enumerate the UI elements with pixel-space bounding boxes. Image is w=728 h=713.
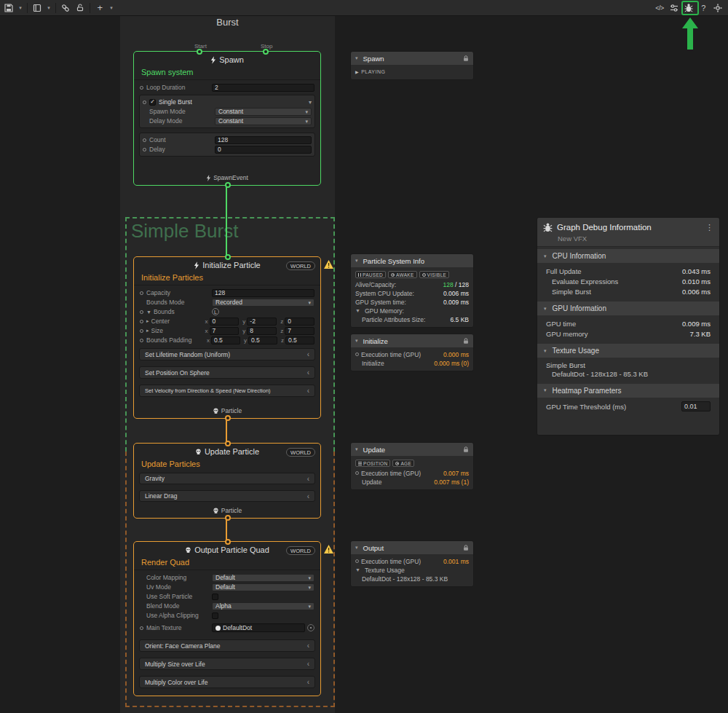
initialize-context-node[interactable]: Initialize Particle WORLD Initialize Par… xyxy=(133,256,321,419)
block-gravity[interactable]: Gravity ‹ xyxy=(139,473,315,484)
collapse-icon[interactable]: ‹ xyxy=(307,660,309,668)
compile-dropdown-button[interactable]: ▾ xyxy=(44,1,53,15)
space-toggle[interactable]: L xyxy=(212,308,219,315)
block-linear-drag[interactable]: Linear Drag ‹ xyxy=(139,490,315,502)
attach-button[interactable] xyxy=(58,1,73,15)
save-button[interactable] xyxy=(1,1,16,15)
uv-mode-dropdown[interactable]: Default▾ xyxy=(212,583,314,591)
visible-badge[interactable]: VISIBLE xyxy=(419,271,450,278)
update-output-port[interactable] xyxy=(225,515,231,521)
code-view-button[interactable]: </> xyxy=(652,1,667,15)
use-soft-particle-checkbox[interactable] xyxy=(212,594,218,600)
foldout-open-icon[interactable]: ▼ xyxy=(355,567,360,572)
position-badge[interactable]: POSITION xyxy=(355,460,390,467)
world-space-badge[interactable]: WORLD xyxy=(286,448,315,457)
spawn-panel-header[interactable]: ▾ Spawn xyxy=(351,52,473,65)
spawn-stop-port[interactable] xyxy=(263,49,269,55)
foldout-open-icon[interactable]: ▼ xyxy=(355,308,360,313)
foldout-open-icon[interactable]: ▼ xyxy=(146,310,151,315)
panel-menu-button[interactable]: ⋮ xyxy=(705,223,713,232)
texture-usage-section[interactable]: ▾ Texture Usage xyxy=(537,344,719,358)
update-input-port[interactable] xyxy=(225,441,231,446)
loop-duration-input[interactable]: 2 xyxy=(212,84,314,92)
single-burst-block[interactable]: ✓ Single Burst ▾ Spawn Mode Constant▾ De… xyxy=(139,95,315,128)
spawn-node-title[interactable]: Spawn xyxy=(134,52,320,66)
spawn-context-node[interactable]: Start Stop Spawn Spawn system Loop Durat… xyxy=(133,51,321,186)
block-multiply-size[interactable]: Multiply Size over Life ‹ xyxy=(139,658,315,670)
output-panel-header[interactable]: ▾ Output xyxy=(351,541,473,554)
collapse-icon[interactable]: ‹ xyxy=(307,492,309,500)
size-port[interactable] xyxy=(140,329,143,333)
initialize-panel-header[interactable]: ▾ Initialize xyxy=(351,334,473,347)
heatmap-parameters-section[interactable]: ▾ Heatmap Parameters xyxy=(537,384,719,398)
size-x-input[interactable]: 7 xyxy=(210,327,240,335)
update-context-node[interactable]: Update Particle WORLD Update Particles G… xyxy=(133,443,321,519)
bounds-port[interactable] xyxy=(140,310,143,314)
center-z-input[interactable]: 0 xyxy=(285,318,314,326)
warning-icon[interactable] xyxy=(324,545,333,555)
paused-badge[interactable]: PAUSED xyxy=(355,271,386,278)
delay-port[interactable] xyxy=(143,148,146,151)
padding-y-input[interactable]: 0.5 xyxy=(248,336,277,344)
padding-z-input[interactable]: 0.5 xyxy=(285,336,314,344)
lock-icon[interactable] xyxy=(463,545,469,551)
collapse-icon[interactable]: ‹ xyxy=(307,350,309,358)
color-mapping-dropdown[interactable]: Default▾ xyxy=(212,574,314,582)
bounds-padding-port[interactable] xyxy=(140,339,143,342)
lock-toggle-button[interactable] xyxy=(73,1,87,15)
main-texture-port[interactable] xyxy=(140,626,143,630)
block-multiply-color[interactable]: Multiply Color over Life ‹ xyxy=(139,676,315,688)
control-panel-button[interactable] xyxy=(667,1,681,15)
system-group-label[interactable]: Simple Burst xyxy=(131,220,238,243)
warning-icon[interactable] xyxy=(324,260,333,270)
world-space-badge[interactable]: WORLD xyxy=(286,261,315,270)
awake-badge[interactable]: AWAKE xyxy=(388,271,417,278)
capacity-input[interactable]: 128 xyxy=(212,289,314,297)
graph-debug-header[interactable]: Graph Debug Information ⋮ New VFX xyxy=(537,218,719,247)
gpu-time-threshold-input[interactable]: 0.01 xyxy=(681,401,711,411)
size-y-input[interactable]: 8 xyxy=(247,327,277,335)
center-x-input[interactable]: 0 xyxy=(210,318,240,326)
count-input[interactable]: 128 xyxy=(215,136,312,144)
block-set-velocity[interactable]: Set Velocity from Direction & Speed (New… xyxy=(139,385,315,397)
size-z-input[interactable]: 7 xyxy=(285,327,314,335)
lock-icon[interactable] xyxy=(463,446,469,453)
save-dropdown-button[interactable]: ▾ xyxy=(16,1,25,15)
foldout-closed-icon[interactable]: ▸ xyxy=(146,318,149,324)
single-burst-port[interactable] xyxy=(143,101,146,104)
padding-x-input[interactable]: 0.5 xyxy=(211,336,240,344)
object-picker-icon[interactable] xyxy=(307,624,314,631)
use-alpha-clipping-checkbox[interactable] xyxy=(212,612,218,619)
system-title[interactable]: Burst xyxy=(120,17,335,28)
gpu-information-section[interactable]: ▾ GPU Information xyxy=(537,302,719,315)
count-port[interactable] xyxy=(143,138,146,142)
add-dropdown-button[interactable]: ▾ xyxy=(107,1,116,15)
age-badge[interactable]: AGE xyxy=(392,460,414,467)
loop-duration-port[interactable] xyxy=(140,86,143,90)
collapse-icon[interactable]: ‹ xyxy=(307,387,309,395)
foldout-closed-icon[interactable]: ▸ xyxy=(146,328,149,334)
spawn-mode-dropdown[interactable]: Constant▾ xyxy=(215,108,312,116)
initialize-input-port[interactable] xyxy=(225,254,231,260)
single-burst-checkbox[interactable]: ✓ xyxy=(149,99,156,106)
block-collapse-icon[interactable]: ▾ xyxy=(309,99,312,106)
blend-mode-dropdown[interactable]: Alpha▾ xyxy=(212,602,314,610)
delay-mode-dropdown[interactable]: Constant▾ xyxy=(215,117,312,125)
count-delay-block[interactable]: Count 128 Delay 0 xyxy=(139,133,315,157)
main-texture-field[interactable]: DefaultDot xyxy=(212,623,305,632)
spawn-output-port[interactable] xyxy=(225,182,231,188)
settings-button[interactable] xyxy=(711,1,725,15)
output-input-port[interactable] xyxy=(225,539,231,545)
output-context-node[interactable]: Output Particle Quad WORLD Render Quad C… xyxy=(133,541,321,696)
add-button[interactable]: + xyxy=(92,1,107,15)
world-space-badge[interactable]: WORLD xyxy=(286,546,315,555)
collapse-icon[interactable]: ‹ xyxy=(307,642,309,650)
initialize-output-port[interactable] xyxy=(225,415,231,421)
block-set-lifetime[interactable]: Set Lifetime Random (Uniform) ‹ xyxy=(139,348,315,361)
capacity-port[interactable] xyxy=(140,291,143,295)
system-info-panel-header[interactable]: ▾ Particle System Info xyxy=(351,254,473,267)
bounds-mode-dropdown[interactable]: Recorded▾ xyxy=(212,299,314,307)
lock-icon[interactable] xyxy=(463,55,469,62)
cpu-information-section[interactable]: ▾ CPU Information xyxy=(537,249,719,263)
compile-button[interactable] xyxy=(30,1,44,15)
